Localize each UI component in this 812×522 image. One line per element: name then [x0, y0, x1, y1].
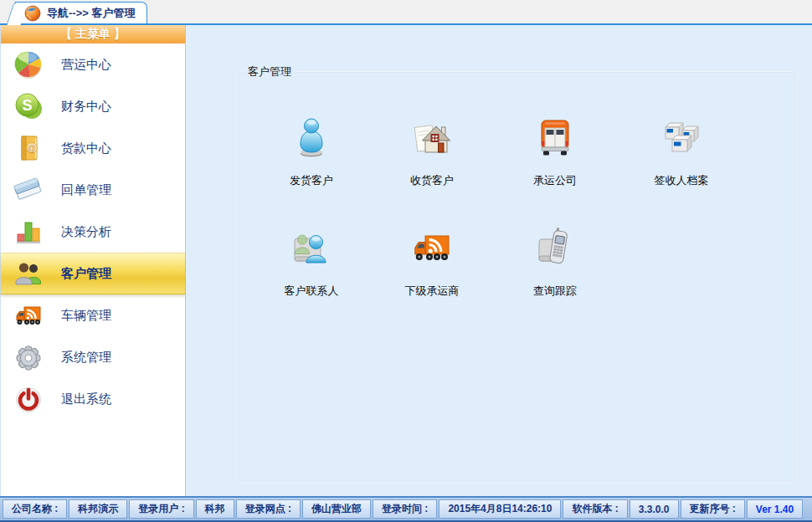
- status-user-label: 登录用户 :: [129, 499, 193, 519]
- status-serial-value: Ver 1.40: [747, 499, 803, 519]
- power-icon: [13, 384, 44, 414]
- status-login-time-label: 登录时间 :: [373, 499, 437, 519]
- shortcut-label: 收货客户: [381, 173, 483, 188]
- sidebar-item-system-management[interactable]: 系统管理: [1, 336, 185, 378]
- svg-text:@: @: [28, 144, 36, 153]
- status-company-value: 科邦演示: [69, 499, 127, 519]
- shortcut-signee-archive[interactable]: 签收人档案: [630, 117, 732, 188]
- shortcut-label: 承运公司: [504, 173, 606, 188]
- shortcut-label: 下级承运商: [381, 284, 483, 299]
- sidebar-item-operations-center[interactable]: 营运中心: [1, 44, 185, 85]
- status-user-value: 科邦: [196, 499, 234, 519]
- address-book-icon: @: [13, 133, 44, 163]
- sidebar-item-label: 退出系统: [61, 392, 111, 407]
- status-version-value: 3.3.0.0: [630, 499, 679, 519]
- sidebar-item-label: 营运中心: [61, 57, 111, 73]
- customer-management-groupbox: 客户管理 发货客户: [237, 71, 797, 483]
- sidebar-item-vehicle-management[interactable]: 车辆管理: [1, 294, 185, 336]
- sidebar-item-label: 系统管理: [61, 350, 111, 366]
- tab-bar: 导航-->> 客户管理: [0, 0, 812, 25]
- shortcut-customer-contact[interactable]: 客户联系人: [260, 228, 362, 299]
- person-icon: [290, 117, 332, 159]
- status-branch-label: 登录网点 :: [236, 499, 301, 519]
- statusbar: 公司名称 : 科邦演示 登录用户 : 科邦 登录网点 : 佛山营业部 登录时间 …: [0, 496, 812, 522]
- shortcut-label: 发货客户: [260, 173, 362, 188]
- house-icon: [411, 117, 453, 159]
- delivery-van-icon: [534, 117, 576, 159]
- shortcut-label: 签收人档案: [630, 173, 732, 188]
- globe-icon: [24, 5, 41, 22]
- shortcut-label: 客户联系人: [260, 284, 362, 299]
- sidebar-item-label: 车辆管理: [61, 308, 111, 324]
- status-serial-label: 更新序号 :: [681, 499, 745, 519]
- shortcut-label: 查询跟踪: [504, 284, 606, 299]
- sidebar-item-label: 回单管理: [61, 182, 111, 198]
- s-badge-icon: S: [13, 91, 44, 121]
- sidebar-item-decision-analysis[interactable]: 决策分析: [1, 211, 185, 253]
- sidebar-item-customer-management[interactable]: 客户管理: [1, 253, 185, 294]
- sidebar-item-label: 财务中心: [61, 99, 111, 115]
- blue-book-icon: [13, 175, 44, 205]
- contact-folder-icon: [290, 228, 332, 269]
- truck-rss-icon: [411, 228, 453, 269]
- parcel-boxes-icon: [660, 117, 702, 159]
- status-version-label: 软件版本 :: [563, 499, 627, 519]
- mobile-phone-icon: [534, 228, 576, 269]
- shortcut-query-tracking[interactable]: 查询跟踪: [504, 228, 606, 299]
- sidebar-item-finance-center[interactable]: S 财务中心: [1, 85, 185, 127]
- sidebar-item-label: 客户管理: [61, 266, 111, 282]
- nav-tab[interactable]: 导航-->> 客户管理: [15, 2, 147, 23]
- svg-text:S: S: [22, 97, 32, 114]
- main-menu-header: 【 主菜单 】: [1, 25, 185, 44]
- people-icon: [13, 258, 44, 289]
- sidebar: 【 主菜单 】 营运中心: [0, 25, 186, 496]
- status-company-label: 公司名称 :: [3, 499, 67, 519]
- sidebar-item-exit-system[interactable]: 退出系统: [1, 378, 185, 420]
- sidebar-item-payment-center[interactable]: @ 货款中心: [1, 127, 185, 169]
- shortcut-consignee-customer[interactable]: 收货客户: [381, 117, 483, 188]
- gear-icon: [13, 342, 44, 372]
- sidebar-item-receipt-management[interactable]: 回单管理: [1, 169, 185, 211]
- shortcut-shipper-customer[interactable]: 发货客户: [260, 117, 362, 188]
- status-branch-value: 佛山营业部: [302, 499, 371, 519]
- shortcut-sub-carrier[interactable]: 下级承运商: [381, 228, 483, 299]
- main-panel: 客户管理 发货客户: [186, 25, 812, 496]
- sidebar-item-label: 货款中心: [61, 141, 111, 156]
- status-login-time-value: 2015年4月8日14:26:10: [439, 499, 561, 519]
- tab-title: 导航-->> 客户管理: [47, 6, 135, 21]
- shortcut-carrier-company[interactable]: 承运公司: [504, 117, 606, 188]
- bar-chart-icon: [13, 217, 44, 247]
- pie-chart-icon: [13, 49, 44, 79]
- groupbox-title: 客户管理: [244, 64, 296, 79]
- truck-rss-icon: [13, 300, 44, 330]
- sidebar-item-label: 决策分析: [61, 224, 111, 240]
